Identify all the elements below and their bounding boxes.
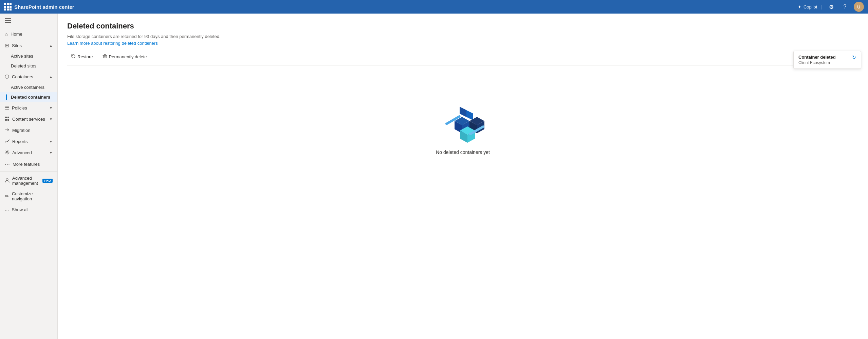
svg-rect-6 bbox=[104, 55, 106, 58]
sidebar: ⌂ Home ⊞ Sites ▲ Active sites Deleted si… bbox=[0, 14, 58, 339]
customize-navigation-icon: ✏ bbox=[5, 193, 9, 199]
learn-more-link[interactable]: Learn more about restoring deleted conta… bbox=[67, 41, 158, 46]
policies-chevron: ▼ bbox=[49, 106, 53, 110]
help-button[interactable]: ? bbox=[840, 2, 850, 12]
containers-icon: ⬡ bbox=[5, 74, 9, 80]
notification-tooltip: Container deleted Client Ecosystem ↻ bbox=[793, 51, 861, 69]
policies-icon: ☰ bbox=[5, 105, 9, 111]
settings-button[interactable]: ⚙ bbox=[827, 2, 836, 12]
empty-state: No deleted containers yet bbox=[67, 106, 858, 155]
sidebar-item-home[interactable]: ⌂ Home bbox=[0, 28, 57, 40]
topbar: SharePoint admin center ✦ Copilot | ⚙ ? … bbox=[0, 0, 868, 14]
toolbar: Restore Permanently delete bbox=[67, 52, 858, 65]
sidebar-item-content-services-label: Content services bbox=[12, 117, 47, 122]
migration-icon bbox=[5, 127, 10, 133]
sidebar-item-more-features-label: More features bbox=[13, 162, 53, 167]
info-text: File storage containers are retained for… bbox=[67, 34, 858, 39]
avatar[interactable]: U bbox=[854, 2, 864, 12]
notification-title: Container deleted bbox=[798, 55, 849, 60]
advanced-icon bbox=[5, 150, 10, 156]
sidebar-item-reports-label: Reports bbox=[12, 139, 47, 144]
content-services-icon bbox=[5, 116, 10, 122]
reports-chevron: ▼ bbox=[49, 140, 53, 143]
svg-rect-2 bbox=[5, 119, 7, 121]
svg-rect-1 bbox=[7, 117, 9, 118]
sidebar-item-show-all-label: Show all bbox=[12, 207, 53, 212]
copilot-label: Copilot bbox=[804, 4, 817, 9]
sidebar-item-advanced-label: Advanced bbox=[12, 150, 47, 155]
main-content: Deleted containers File storage containe… bbox=[58, 14, 868, 339]
sidebar-item-policies[interactable]: ☰ Policies ▼ bbox=[0, 102, 57, 114]
sidebar-item-advanced[interactable]: Advanced ▼ bbox=[0, 147, 57, 158]
svg-marker-11 bbox=[460, 107, 466, 117]
sidebar-item-policies-label: Policies bbox=[12, 105, 47, 111]
empty-state-text: No deleted containers yet bbox=[436, 149, 490, 155]
deleted-containers-label: Deleted containers bbox=[11, 95, 50, 100]
sidebar-divider bbox=[0, 171, 57, 172]
show-all-icon: ··· bbox=[5, 207, 9, 213]
restore-button[interactable]: Restore bbox=[67, 52, 97, 62]
sidebar-nav: ⌂ Home ⊞ Sites ▲ Active sites Deleted si… bbox=[0, 27, 57, 339]
sidebar-hamburger[interactable] bbox=[0, 14, 57, 27]
sites-icon: ⊞ bbox=[5, 42, 9, 48]
page-title: Deleted containers bbox=[67, 22, 858, 31]
svg-marker-10 bbox=[466, 110, 473, 120]
sidebar-item-content-services[interactable]: Content services ▼ bbox=[0, 114, 57, 125]
sidebar-item-active-sites[interactable]: Active sites bbox=[0, 51, 57, 61]
svg-point-4 bbox=[6, 152, 8, 153]
sidebar-item-deleted-sites[interactable]: Deleted sites bbox=[0, 61, 57, 71]
svg-rect-0 bbox=[5, 117, 7, 118]
app-title: SharePoint admin center bbox=[14, 4, 74, 10]
notification-subtitle: Client Ecosystem bbox=[798, 60, 849, 65]
notification-refresh-icon[interactable]: ↻ bbox=[852, 55, 856, 60]
permanently-delete-label: Permanently delete bbox=[109, 54, 147, 59]
permanently-delete-icon bbox=[103, 54, 107, 60]
permanently-delete-button[interactable]: Permanently delete bbox=[99, 52, 151, 62]
sidebar-item-reports[interactable]: Reports ▼ bbox=[0, 136, 57, 147]
svg-rect-3 bbox=[7, 119, 9, 121]
topbar-right: ✦ Copilot | ⚙ ? U bbox=[798, 2, 864, 12]
sites-chevron: ▲ bbox=[49, 44, 53, 47]
notification-content: Container deleted Client Ecosystem bbox=[798, 55, 849, 65]
sidebar-item-show-all[interactable]: ··· Show all bbox=[0, 204, 57, 215]
sidebar-item-containers-label: Containers bbox=[12, 74, 47, 79]
sidebar-item-home-label: Home bbox=[11, 32, 53, 37]
sidebar-item-sites[interactable]: ⊞ Sites ▲ bbox=[0, 40, 57, 51]
copilot-icon: ✦ bbox=[798, 4, 801, 9]
advanced-chevron: ▼ bbox=[49, 151, 53, 155]
more-features-icon: ⋯ bbox=[5, 161, 10, 167]
sidebar-item-customize-navigation[interactable]: ✏ Customize navigation bbox=[0, 188, 57, 204]
restore-label: Restore bbox=[77, 54, 93, 59]
sidebar-item-migration-label: Migration bbox=[12, 128, 53, 133]
sidebar-item-more-features[interactable]: ⋯ More features bbox=[0, 158, 57, 170]
sidebar-item-customize-navigation-label: Customize navigation bbox=[12, 191, 53, 201]
active-sites-label: Active sites bbox=[11, 54, 33, 59]
advanced-management-icon bbox=[5, 178, 10, 184]
empty-illustration bbox=[441, 106, 485, 143]
reports-icon bbox=[5, 139, 10, 144]
main-layout: ⌂ Home ⊞ Sites ▲ Active sites Deleted si… bbox=[0, 14, 868, 339]
pro-badge: PRO bbox=[42, 179, 53, 183]
active-containers-label: Active containers bbox=[11, 85, 44, 90]
containers-chevron: ▲ bbox=[49, 75, 53, 79]
sidebar-item-deleted-containers[interactable]: Deleted containers bbox=[0, 92, 57, 102]
deleted-sites-label: Deleted sites bbox=[11, 63, 36, 68]
hamburger-icon bbox=[5, 18, 11, 23]
sidebar-item-migration[interactable]: Migration bbox=[0, 125, 57, 136]
sidebar-item-advanced-management-label: Advanced management bbox=[12, 176, 38, 186]
copilot-button[interactable]: ✦ Copilot bbox=[798, 4, 817, 9]
sidebar-item-sites-label: Sites bbox=[12, 43, 47, 48]
restore-icon bbox=[71, 54, 76, 60]
content-services-chevron: ▼ bbox=[49, 117, 53, 121]
home-icon: ⌂ bbox=[5, 31, 8, 37]
app-logo: SharePoint admin center bbox=[4, 3, 74, 11]
svg-point-5 bbox=[6, 179, 8, 181]
logo-grid bbox=[4, 3, 12, 11]
sidebar-item-containers[interactable]: ⬡ Containers ▲ bbox=[0, 71, 57, 82]
sidebar-item-active-containers[interactable]: Active containers bbox=[0, 82, 57, 92]
sidebar-item-advanced-management[interactable]: Advanced management PRO bbox=[0, 173, 57, 188]
